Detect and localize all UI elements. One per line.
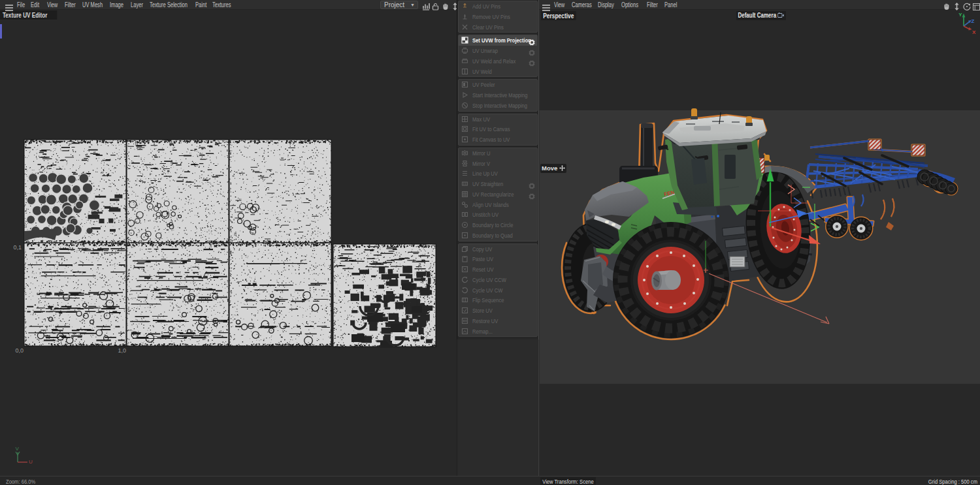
svg-text:0,1: 0,1 [13, 244, 22, 251]
svg-text:X: X [972, 29, 976, 35]
svg-text:Y: Y [958, 12, 962, 18]
svg-text:0,0: 0,0 [15, 347, 24, 354]
svg-text:U: U [29, 459, 33, 465]
svg-text:1,0: 1,0 [118, 347, 126, 354]
svg-text:V: V [16, 446, 20, 452]
svg-text:Z: Z [972, 18, 975, 24]
